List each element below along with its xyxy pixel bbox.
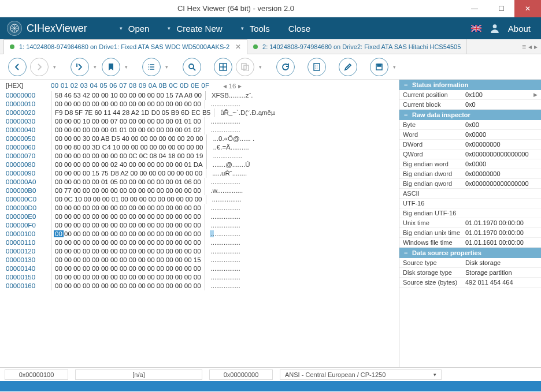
copy-dropdown-icon[interactable]: ▾: [257, 64, 264, 70]
nav-dropdown-icon[interactable]: ▾: [51, 64, 58, 70]
side-row: Big endian qword0x0000000000000000: [399, 179, 541, 189]
hex-row[interactable]: 000000C000 0C 10 00 00 00 01 00 00 00 00…: [6, 195, 399, 204]
hex-row[interactable]: 0000012000 00 00 00 00 00 00 00 00 00 00…: [6, 247, 399, 256]
hex-row[interactable]: 0000010000 00 00 00 00 00 00 00 00 00 00…: [6, 230, 399, 238]
hex-row[interactable]: 0000009000 00 00 00 15 75 D8 A2 00 00 00…: [6, 169, 399, 178]
hex-row[interactable]: 0000000058 46 53 42 00 00 10 00 00 00 00…: [6, 91, 399, 100]
side-row: DWord0x00000000: [399, 140, 541, 150]
section-inspector[interactable]: −Raw data inspector: [399, 110, 541, 120]
menu-tools[interactable]: ▾Tools: [232, 17, 279, 39]
svg-point-2: [492, 24, 496, 28]
bookmark-dropdown-icon[interactable]: ▾: [123, 64, 129, 70]
side-row: Word0x0000: [399, 130, 541, 140]
status-bar: 0x00000100 [n/a] 0x00000000 ANSI - Centr…: [0, 367, 541, 381]
hex-row[interactable]: 0000015000 00 00 00 00 00 00 00 00 00 00…: [6, 273, 399, 282]
hex-row[interactable]: 0000013000 00 00 00 00 00 00 00 00 00 00…: [6, 256, 399, 264]
title-bar: CI Hex Viewer (64 bit) - version 2.0 — ☐…: [0, 0, 541, 17]
side-row: Big endian unix time01.01.1970 00:00:00: [399, 228, 541, 238]
list-button[interactable]: [142, 58, 161, 76]
tab-controls[interactable]: ≡◂▸: [518, 39, 541, 54]
side-panel: −Status information Current position0x10…: [399, 80, 541, 367]
tab-bar: 1: 14024808-974984680 on Drive1: Fixed A…: [0, 39, 541, 54]
app-logo-icon: [7, 21, 22, 36]
save-dropdown-icon[interactable]: ▾: [391, 64, 398, 70]
language-flag-icon[interactable]: [471, 25, 481, 32]
window-title: CI Hex Viewer (64 bit) - version 2.0: [10, 4, 461, 13]
status-dot-icon: [253, 44, 258, 49]
status-offset: 0x00000000: [209, 369, 273, 380]
app-name: CIHexViewer: [27, 23, 87, 35]
side-row: ASCII: [399, 189, 541, 199]
hex-row[interactable]: 0000007000 00 00 00 00 00 00 00 0C 0C 08…: [6, 152, 399, 160]
edit-button[interactable]: [339, 58, 357, 76]
tab-drive1[interactable]: 1: 14024808-974984680 on Drive1: Fixed A…: [3, 39, 247, 54]
search-button[interactable]: [183, 58, 201, 76]
svg-rect-9: [377, 64, 381, 66]
save-button[interactable]: [370, 58, 388, 76]
copy-button[interactable]: [236, 58, 254, 76]
side-row: Big endian dword0x00000000: [399, 169, 541, 179]
hex-row[interactable]: 0000005000 00 00 30 00 AB D5 40 00 00 00…: [6, 135, 399, 143]
forward-button[interactable]: [30, 58, 49, 76]
hex-row[interactable]: 000000A000 00 00 00 00 01 05 00 00 00 00…: [6, 178, 399, 186]
hex-row[interactable]: 0000004000 00 00 00 00 00 01 01 00 00 00…: [6, 126, 399, 135]
side-row: Byte0x00: [399, 120, 541, 130]
hex-row[interactable]: 000000F000 00 00 00 00 00 00 00 00 00 00…: [6, 221, 399, 230]
menu-bar: CIHexViewer ▾Open ▾Create New ▾Tools Clo…: [0, 17, 541, 39]
bookmark-button[interactable]: [102, 58, 120, 76]
hex-row[interactable]: 0000016000 00 00 00 00 00 00 00 00 00 00…: [6, 282, 399, 290]
side-row: Unix time01.01.1970 00:00:00: [399, 218, 541, 228]
maximize-button[interactable]: ☐: [488, 0, 514, 17]
section-status[interactable]: −Status information: [399, 80, 541, 90]
hex-view[interactable]: [HEX] 00 01 02 03 04 05 06 07 08 09 0A 0…: [0, 80, 399, 367]
status-selection: [n/a]: [75, 369, 202, 380]
menu-about[interactable]: About: [508, 24, 531, 33]
hex-row[interactable]: 000000E000 00 00 00 00 00 00 00 00 00 00…: [6, 212, 399, 221]
tab-close-icon[interactable]: ✕: [235, 43, 241, 51]
menu-close[interactable]: Close: [279, 17, 320, 39]
side-row: QWord0x0000000000000000: [399, 150, 541, 159]
hex-row[interactable]: 0000006000 00 80 00 3D C4 10 00 00 00 00…: [6, 143, 399, 152]
encoding-select[interactable]: ANSI - Central European / CP-1250▾: [280, 369, 442, 380]
bottom-accent-bar: [0, 381, 541, 391]
side-row: Source size (bytes)492 011 454 464: [399, 278, 541, 288]
side-row: UTF-16: [399, 199, 541, 208]
hex-row[interactable]: 0000011000 00 00 00 00 00 00 00 00 00 00…: [6, 238, 399, 247]
side-row: Big endian word0x0000: [399, 159, 541, 169]
side-row: Current block0x0: [399, 100, 541, 110]
menu-open[interactable]: ▾Open: [110, 17, 159, 39]
side-row: Current position0x100▶: [399, 90, 541, 100]
hex-row[interactable]: 0000003000 00 00 10 00 00 07 00 00 00 00…: [6, 117, 399, 126]
goto-button[interactable]: [71, 58, 89, 76]
back-button[interactable]: [8, 58, 27, 76]
tab-label: 2: 14024808-974984680 on Drive2: Fixed A…: [262, 43, 461, 50]
menu-create-new[interactable]: ▾Create New: [158, 17, 231, 39]
user-icon[interactable]: [490, 23, 500, 33]
grid-button[interactable]: [214, 58, 232, 76]
toolbar: ▾ ▾ ▾ ▾ ▾ ▾: [0, 54, 541, 80]
hex-row[interactable]: 0000008000 00 00 00 00 00 02 40 00 00 00…: [6, 160, 399, 169]
side-row: Big endian UTF-16: [399, 208, 541, 218]
close-button[interactable]: ✕: [514, 0, 541, 17]
refresh-button[interactable]: [276, 58, 295, 76]
section-props[interactable]: −Data source properties: [399, 248, 541, 258]
hex-row[interactable]: 0000001000 00 00 00 00 00 00 00 00 00 00…: [6, 100, 399, 109]
list-dropdown-icon[interactable]: ▾: [163, 64, 170, 70]
hex-row[interactable]: 00000020F9 D8 5F 7E 60 11 44 28 A2 1D D0…: [6, 109, 399, 117]
side-row: Disk storage typeStorage partition: [399, 268, 541, 278]
page-button[interactable]: [307, 58, 326, 76]
hex-row[interactable]: 0000014000 00 00 00 00 00 00 00 00 00 00…: [6, 264, 399, 273]
side-row: Source typeDisk storage: [399, 258, 541, 268]
hex-row[interactable]: 000000D000 00 00 00 00 00 00 00 00 00 00…: [6, 204, 399, 212]
tab-label: 1: 14024808-974984680 on Drive1: Fixed A…: [19, 43, 229, 50]
status-dot-icon: [10, 44, 14, 49]
minimize-button[interactable]: —: [461, 0, 488, 17]
side-row: Windows file time01.01.1601 00:00:00: [399, 238, 541, 248]
goto-dropdown-icon[interactable]: ▾: [91, 64, 98, 70]
tab-drive2[interactable]: 2: 14024808-974984680 on Drive2: Fixed A…: [247, 39, 467, 54]
hex-header: [HEX] 00 01 02 03 04 05 06 07 08 09 0A 0…: [6, 81, 399, 91]
svg-point-3: [189, 64, 194, 69]
status-position: 0x00000100: [5, 369, 68, 380]
hex-row[interactable]: 000000B000 77 00 00 00 00 00 00 00 00 00…: [6, 186, 399, 195]
